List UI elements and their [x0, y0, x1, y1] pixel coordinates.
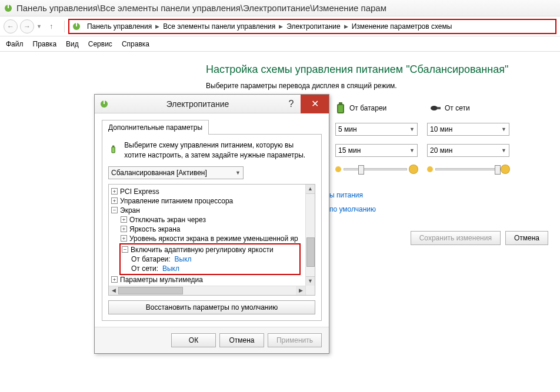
display-off-battery-dropdown[interactable]: 5 мин ▼ [335, 123, 418, 136]
close-button[interactable]: ✕ [301, 95, 329, 113]
save-button[interactable]: Сохранить изменения [411, 231, 501, 245]
svg-rect-13 [112, 148, 115, 153]
window-title: Панель управления\Все элементы панели уп… [16, 3, 386, 13]
history-dropdown-icon[interactable]: ▼ [36, 24, 42, 29]
vertical-scrollbar[interactable]: ▲ ▼ [305, 185, 315, 295]
forward-button[interactable]: → [20, 19, 34, 33]
help-button[interactable]: ? [282, 95, 301, 113]
battery-bulb-icon [108, 140, 118, 159]
scroll-thumb[interactable] [306, 237, 315, 267]
scroll-down-button[interactable]: ▼ [306, 276, 315, 286]
breadcrumb-item[interactable]: Все элементы панели управления [161, 22, 278, 31]
sleep-plugged-dropdown[interactable]: 20 мин ▼ [427, 144, 509, 157]
page-subtitle: Выберите параметры перевода дисплея в сп… [206, 82, 554, 90]
breadcrumb-item[interactable]: Панель управления [85, 22, 154, 31]
power-options-icon [4, 4, 13, 13]
power-options-icon [99, 99, 109, 109]
tree-node-adaptive[interactable]: −Включить адаптивную регулировку яркости [122, 245, 298, 254]
svg-rect-3 [76, 23, 77, 26]
horizontal-scrollbar[interactable]: ◀ ▶ [109, 286, 305, 295]
sun-high-icon [409, 165, 418, 173]
sun-low-icon [427, 166, 433, 172]
menu-edit[interactable]: Правка [33, 40, 57, 48]
battery-icon [335, 102, 346, 115]
scroll-thumb[interactable] [118, 287, 183, 294]
brightness-plugged-slider[interactable] [427, 165, 509, 173]
menu-view[interactable]: Вид [66, 40, 79, 48]
svg-rect-6 [338, 105, 343, 112]
tree-node-multimedia[interactable]: +Параметры мультимедиа [111, 275, 312, 284]
tree-node-brightness[interactable]: +Яркость экрана [111, 225, 312, 234]
expand-icon[interactable]: + [111, 188, 118, 195]
restore-defaults-button[interactable]: Восстановить параметры по умолчанию [108, 300, 315, 314]
column-header-plugged: От сети [429, 104, 518, 112]
apply-button[interactable]: Применить [268, 333, 322, 347]
menu-file[interactable]: Файл [6, 40, 24, 48]
ok-button[interactable]: ОК [171, 333, 216, 347]
dropdown-value: 15 мин [338, 146, 361, 155]
back-button[interactable]: ← [4, 19, 18, 33]
dropdown-value: 10 мин [430, 125, 452, 133]
tab-advanced[interactable]: Дополнительные параметры [102, 120, 209, 135]
power-options-icon [72, 22, 81, 31]
menu-tools[interactable]: Сервис [88, 40, 112, 48]
expand-icon[interactable]: + [111, 276, 118, 283]
tree-node-dim-brightness[interactable]: +Уровень яркости экрана в режиме уменьше… [111, 234, 312, 243]
chevron-right-icon[interactable]: ▶ [343, 24, 349, 29]
expand-icon[interactable]: + [111, 197, 118, 204]
power-settings-link[interactable]: ы питания [329, 191, 554, 199]
sleep-battery-dropdown[interactable]: 15 мин ▼ [335, 144, 418, 157]
scheme-dropdown[interactable]: Сбалансированная [Активен] ▼ [108, 166, 244, 179]
tree-value-adaptive-plugged[interactable]: От сети: Выкл [122, 264, 298, 273]
separator [64, 21, 65, 32]
cancel-button[interactable]: Отмена [505, 231, 548, 245]
collapse-icon[interactable]: − [111, 207, 118, 213]
chevron-down-icon: ▼ [409, 126, 415, 132]
breadcrumb-item[interactable]: Электропитание [284, 22, 342, 31]
svg-rect-8 [437, 107, 441, 109]
chevron-down-icon: ▼ [409, 148, 415, 153]
expand-icon[interactable]: + [121, 226, 127, 232]
column-label: От батареи [349, 104, 386, 112]
adaptive-plugged-value[interactable]: Выкл [161, 264, 179, 273]
chevron-down-icon: ▼ [501, 148, 506, 153]
cancel-button[interactable]: Отмена [219, 333, 264, 347]
breadcrumb: Панель управления ▶ Все элементы панели … [68, 19, 556, 34]
chevron-right-icon[interactable]: ▶ [278, 24, 284, 29]
scroll-up-button[interactable]: ▲ [306, 185, 315, 194]
expand-icon[interactable]: + [121, 216, 127, 223]
chevron-right-icon[interactable]: ▶ [154, 24, 161, 29]
scroll-right-button[interactable]: ▶ [296, 286, 305, 295]
brightness-battery-slider[interactable] [335, 165, 418, 173]
collapse-icon[interactable]: − [122, 246, 128, 253]
dialog-title-bar[interactable]: Электропитание ? ✕ [95, 95, 329, 113]
power-options-dialog: Электропитание ? ✕ Дополнительные параме… [94, 94, 329, 354]
column-label: От сети [445, 104, 470, 112]
menu-help[interactable]: Справка [122, 40, 149, 48]
sun-high-icon [501, 165, 509, 173]
page-title: Настройка схемы управления питанием "Сба… [206, 63, 554, 76]
scroll-left-button[interactable]: ◀ [109, 286, 118, 295]
svg-rect-5 [339, 102, 342, 105]
highlighted-setting: −Включить адаптивную регулировку яркости… [119, 243, 301, 275]
display-off-plugged-dropdown[interactable]: 10 мин ▼ [427, 123, 509, 136]
adaptive-battery-value[interactable]: Выкл [173, 255, 192, 263]
tree-node-cpu[interactable]: +Управление питанием процессора [111, 196, 312, 206]
tree-node-screen-off[interactable]: +Отключать экран через [111, 215, 312, 225]
tree-node-pci[interactable]: +PCI Express [111, 187, 312, 196]
tree-value-adaptive-battery[interactable]: От батареи: Выкл [122, 254, 298, 264]
expand-icon[interactable]: + [121, 235, 127, 242]
dialog-info-text: Выберите схему управления питанием, кото… [124, 140, 315, 160]
title-bar: Панель управления\Все элементы панели уп… [0, 0, 560, 16]
tree-node-screen[interactable]: −Экран [111, 206, 312, 215]
restore-defaults-link[interactable]: по умолчанию [329, 205, 554, 213]
plug-icon [429, 104, 441, 112]
svg-rect-10 [104, 100, 105, 104]
svg-point-7 [431, 106, 438, 110]
sun-low-icon [335, 166, 341, 172]
dropdown-value: 5 мин [338, 125, 357, 133]
menu-bar: Файл Правка Вид Сервис Справка [0, 36, 560, 52]
scheme-value: Сбалансированная [Активен] [111, 169, 207, 177]
breadcrumb-item[interactable]: Изменение параметров схемы [349, 22, 455, 31]
up-button[interactable]: ↑ [45, 21, 57, 32]
